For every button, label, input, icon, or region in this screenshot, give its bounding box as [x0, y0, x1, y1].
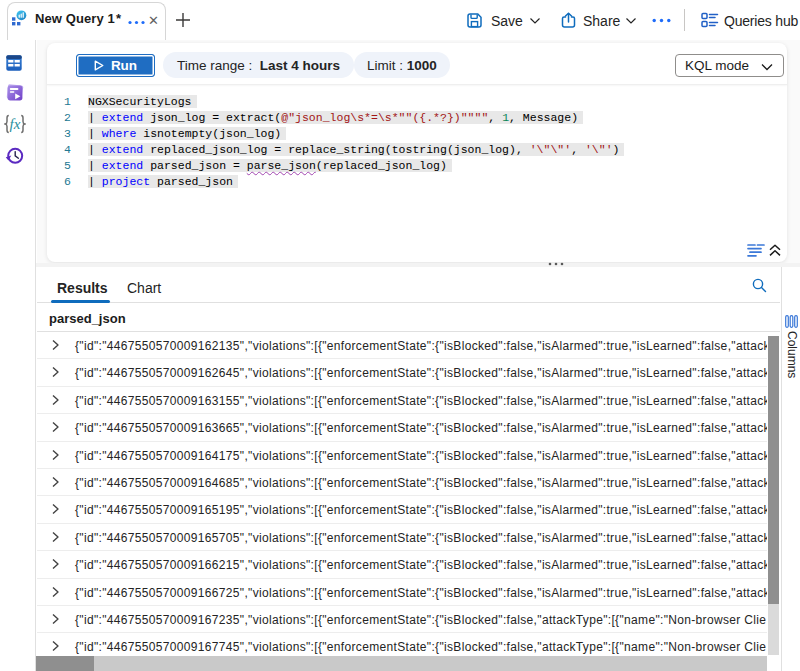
svg-text:fx: fx — [10, 116, 21, 132]
